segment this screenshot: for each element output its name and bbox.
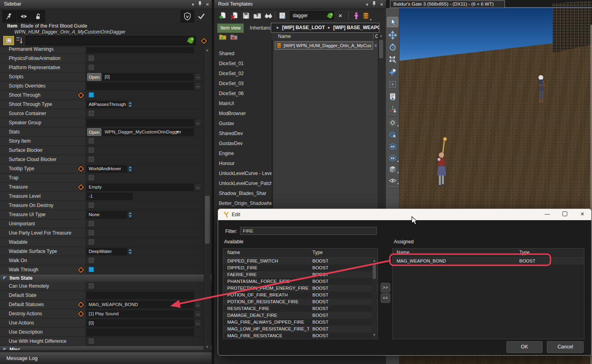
validate-shield-button[interactable]: V bbox=[181, 10, 194, 22]
tree-item-unlocklevelcurve-patch-[interactable]: UnlockLevelCurve_Patch_ bbox=[214, 179, 272, 189]
sort-az-button[interactable] bbox=[16, 36, 23, 46]
tree-item-better-origin-shadowhea[interactable]: Better_Origin_Shadowhea bbox=[214, 199, 272, 209]
tree-item-modbrowser[interactable]: ModBrowser bbox=[214, 109, 272, 119]
property-checkbox[interactable] bbox=[89, 283, 94, 288]
tree-item-diceset-06[interactable]: DiceSet_06 bbox=[214, 89, 272, 99]
more-button[interactable]: ... bbox=[195, 301, 201, 308]
type-column-header[interactable]: Type bbox=[519, 250, 530, 255]
toolbar-overflow-chevron-icon[interactable]: ▾ bbox=[370, 18, 371, 22]
property-value-field[interactable] bbox=[86, 82, 194, 90]
apply-check-button[interactable] bbox=[195, 10, 208, 22]
clear-search-icon[interactable]: ✕ bbox=[336, 12, 344, 20]
property-dropdown[interactable]: DeepWater bbox=[86, 248, 133, 255]
more-button[interactable]: ... bbox=[195, 73, 201, 81]
select-cursor-button[interactable] bbox=[387, 17, 398, 27]
available-status-row[interactable]: DIPPED_FIRE_SWITCHBOOST bbox=[223, 258, 377, 265]
assigned-list[interactable]: Name Type MAG_WEAPON_BONDBOOST bbox=[392, 248, 584, 339]
section-header-misc[interactable]: Misc bbox=[0, 346, 212, 350]
breadcrumb-item[interactable]: [WIP] BASE_WEAPON bbox=[333, 25, 379, 30]
available-list-scrollbar[interactable]: ▲ ▼ bbox=[372, 258, 377, 338]
scrollbar-thumb[interactable] bbox=[373, 265, 376, 279]
property-checkbox[interactable] bbox=[89, 203, 94, 208]
property-dropdown[interactable]: None bbox=[86, 211, 133, 219]
game-title-tab[interactable]: Baldur's Gate 3 (568x855) - (DX11) - (6 … bbox=[390, 0, 505, 8]
display-cube-tool-button[interactable]: ▾ bbox=[387, 164, 398, 175]
tree-item-shareddev[interactable]: SharedDev bbox=[214, 129, 272, 139]
property-dropdown[interactable]: WorldAndHover bbox=[86, 165, 133, 173]
pin-tool-button[interactable] bbox=[2, 10, 16, 22]
move-tool-button[interactable] bbox=[387, 30, 398, 40]
combo-caret-icon[interactable]: ▼ bbox=[176, 128, 179, 136]
more-button[interactable]: ... bbox=[195, 82, 201, 90]
type-column-header[interactable]: Type bbox=[312, 250, 323, 255]
property-value-field[interactable] bbox=[86, 119, 194, 127]
pin-panel-icon[interactable] bbox=[372, 1, 376, 8]
tab-item-view[interactable]: Item view bbox=[217, 24, 244, 33]
property-checkbox[interactable] bbox=[89, 138, 94, 143]
available-status-row[interactable]: DAMAGE_DEALT_FIREBOOST bbox=[223, 312, 377, 319]
lock-tool-button[interactable] bbox=[31, 10, 45, 22]
character-filter-icon[interactable] bbox=[352, 12, 360, 20]
tree-item-diceset-02[interactable]: DiceSet_02 bbox=[214, 69, 272, 79]
property-checkbox[interactable] bbox=[89, 175, 94, 180]
tree-item-unlocklevelcurve-level[interactable]: UnlockLevelCurve - Level bbox=[214, 169, 272, 179]
search-binoculars-icon[interactable] bbox=[264, 12, 272, 20]
scroll-down-icon[interactable]: ▼ bbox=[204, 345, 211, 349]
more-button[interactable]: ... bbox=[195, 183, 201, 191]
section-header-item-state[interactable]: Item State bbox=[0, 274, 212, 282]
property-checkbox[interactable] bbox=[89, 258, 94, 263]
name-column-header[interactable]: Name bbox=[227, 250, 240, 255]
sidebar-scrollbar[interactable]: ▲ ▼ bbox=[204, 47, 211, 350]
property-checkbox[interactable] bbox=[89, 92, 94, 97]
tree-item-diceset-03[interactable]: DiceSet_03 bbox=[214, 79, 272, 89]
property-value-field[interactable]: -1 bbox=[86, 193, 133, 200]
form-view-icon[interactable] bbox=[279, 12, 287, 20]
scroll-down-icon[interactable]: ▼ bbox=[372, 333, 377, 337]
property-checkbox[interactable] bbox=[89, 338, 94, 344]
available-status-row[interactable]: MAG_FIRE_RESISTANCEBOOST bbox=[223, 332, 377, 339]
scroll-up-icon[interactable]: ▲ bbox=[372, 259, 377, 263]
edit-properties-tool-button[interactable] bbox=[387, 91, 398, 102]
tree-item-gustavdev[interactable]: GustavDev bbox=[214, 139, 272, 149]
visibility-volume-menu-tool-button[interactable]: ▾ bbox=[387, 153, 398, 163]
available-status-row[interactable]: PHANTASMAL_FORCE_FIREBOOST bbox=[223, 278, 377, 285]
name-column-header[interactable]: Name bbox=[397, 250, 409, 255]
dropdown-spinner-icon[interactable] bbox=[127, 248, 133, 255]
spin-down-icon[interactable] bbox=[129, 169, 132, 171]
close-button[interactable]: ✕ bbox=[574, 209, 591, 220]
visibility-eye-tool-button[interactable]: ▾ bbox=[387, 175, 398, 186]
settings-gear-tool-button[interactable]: ▾ bbox=[387, 117, 398, 128]
property-value-field[interactable] bbox=[86, 292, 194, 299]
more-button[interactable]: ... bbox=[195, 119, 201, 127]
available-list[interactable]: Name Type DIPPED_FIRE_SWITCHBOOSTDIPPED_… bbox=[223, 248, 378, 339]
property-checkbox[interactable] bbox=[89, 65, 94, 70]
available-list-header[interactable]: Name Type bbox=[223, 249, 377, 258]
move-to-assigned-button[interactable]: >> bbox=[381, 283, 390, 292]
property-checkbox[interactable] bbox=[89, 267, 94, 272]
add-template-button[interactable] bbox=[218, 12, 226, 20]
available-status-row[interactable]: PROTECTION_FROM_ENERGY_FIREBOOST bbox=[223, 285, 377, 292]
spin-up-icon[interactable] bbox=[129, 249, 132, 251]
panel-menu-chevron-icon[interactable]: ▾ bbox=[366, 1, 368, 8]
spin-up-icon[interactable] bbox=[129, 102, 132, 104]
tree-item-gustav[interactable]: Gustav bbox=[214, 119, 272, 129]
dropdown-spinner-icon[interactable] bbox=[127, 101, 133, 108]
available-status-row[interactable]: DIPPED_FIREBOOST bbox=[223, 265, 377, 271]
tree-item-shadow-blades-shar[interactable]: Shadow_Blades_Shar bbox=[214, 189, 272, 199]
close-panel-icon[interactable]: ✕ bbox=[380, 1, 383, 8]
column-name-header[interactable]: Name bbox=[278, 34, 291, 39]
scrollbar-thumb[interactable] bbox=[205, 196, 210, 244]
spin-up-icon[interactable] bbox=[129, 166, 132, 168]
rotate-tool-button[interactable] bbox=[387, 42, 398, 52]
spin-down-icon[interactable] bbox=[129, 215, 132, 217]
property-value-field[interactable] bbox=[86, 47, 194, 53]
message-log-bar[interactable]: Message Log bbox=[0, 352, 218, 364]
open-button[interactable]: Open bbox=[87, 73, 101, 81]
property-value-field[interactable]: MAG_WEAPON_BOND bbox=[86, 301, 194, 308]
panel-menu-chevron-icon[interactable]: ▾ bbox=[192, 1, 194, 8]
cancel-button[interactable]: Cancel bbox=[547, 341, 584, 353]
more-button[interactable]: ... bbox=[195, 310, 201, 318]
scrollbar-thumb[interactable] bbox=[379, 40, 383, 58]
dropdown-chevron-icon[interactable]: ▾ bbox=[397, 171, 399, 174]
tree-item-honour[interactable]: Honour bbox=[214, 159, 272, 169]
